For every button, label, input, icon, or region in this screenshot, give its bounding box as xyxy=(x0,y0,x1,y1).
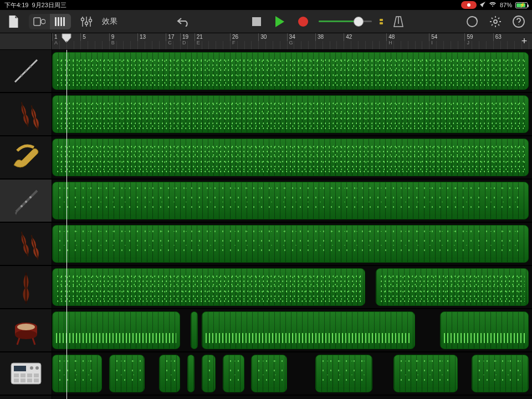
play-button[interactable] xyxy=(272,14,288,29)
track-row-drums[interactable] xyxy=(52,309,532,352)
level-meter xyxy=(380,19,383,24)
charging-icon: ⚡ xyxy=(519,2,525,8)
track-headers-column xyxy=(0,33,52,399)
midi-region[interactable] xyxy=(393,355,458,392)
midi-notes xyxy=(319,359,369,388)
record-button[interactable] xyxy=(295,14,311,29)
ruler-tick-number: 9 xyxy=(111,34,115,40)
track-row-strings-2[interactable] xyxy=(52,223,532,266)
midi-region[interactable] xyxy=(109,355,145,392)
ruler-tick: 1A xyxy=(52,33,58,49)
midi-region[interactable] xyxy=(52,225,529,263)
status-time: 下午4:19 xyxy=(4,1,28,9)
midi-region[interactable] xyxy=(52,268,365,306)
status-bar: 下午4:19 9月23日周三 87% ⚡ xyxy=(0,0,532,10)
metronome-button[interactable] xyxy=(391,14,406,29)
midi-region[interactable] xyxy=(315,355,372,392)
cello-icon xyxy=(9,270,43,304)
track-header-flute[interactable] xyxy=(0,50,52,93)
track-row-strings-1[interactable] xyxy=(52,93,532,136)
track-row-clarinet[interactable] xyxy=(52,180,532,223)
midi-region[interactable] xyxy=(52,95,529,133)
svg-line-33 xyxy=(33,338,35,345)
track-header-drum-machine[interactable] xyxy=(0,352,52,396)
add-section-button[interactable]: + xyxy=(519,35,530,47)
ruler-tick-number: 54 xyxy=(431,34,437,40)
settings-button[interactable] xyxy=(488,14,503,29)
ruler[interactable]: + 1A59B1317C19D21E26F3034G384248H54I59J6… xyxy=(52,33,532,50)
midi-notes xyxy=(56,56,525,86)
timeline-area[interactable]: + 1A59B1317C19D21E26F3034G384248H54I59J6… xyxy=(52,33,532,399)
track-row-cello[interactable] xyxy=(52,266,532,309)
track-controls-button[interactable] xyxy=(79,14,94,29)
midi-region[interactable] xyxy=(52,139,529,176)
ruler-tick-number: 59 xyxy=(467,34,473,40)
midi-region[interactable] xyxy=(376,268,529,306)
midi-notes xyxy=(56,359,98,388)
instrument-view-button[interactable] xyxy=(29,14,50,29)
track-header-strings-2[interactable] xyxy=(0,223,52,266)
ruler-tick-number: 42 xyxy=(346,34,352,40)
ruler-tick-number: 5 xyxy=(83,34,86,40)
midi-region[interactable] xyxy=(251,355,287,392)
ruler-tick-number: 48 xyxy=(388,34,395,40)
stop-button[interactable] xyxy=(249,14,264,29)
track-row-drum-machine[interactable] xyxy=(52,352,532,396)
midi-region[interactable] xyxy=(202,355,216,392)
status-date: 9月23日周三 xyxy=(32,1,66,9)
tracks-canvas[interactable] xyxy=(52,50,532,396)
track-header-brass[interactable] xyxy=(0,136,52,180)
midi-region[interactable] xyxy=(52,311,180,349)
violins-icon xyxy=(9,227,43,260)
my-songs-button[interactable] xyxy=(6,14,21,29)
track-header-strings-1[interactable] xyxy=(0,93,52,136)
svg-point-36 xyxy=(30,366,33,370)
midi-notes xyxy=(255,359,283,388)
undo-button[interactable] xyxy=(176,14,191,29)
midi-region[interactable] xyxy=(472,355,529,392)
volume-slider[interactable] xyxy=(319,17,372,26)
loop-browser-button[interactable] xyxy=(464,14,480,29)
svg-point-17 xyxy=(25,70,27,72)
svg-rect-35 xyxy=(14,366,26,371)
svg-rect-43 xyxy=(21,378,25,382)
midi-notes xyxy=(56,272,361,302)
battery-icon: ⚡ xyxy=(515,2,528,8)
battery-percent: 87% xyxy=(500,2,512,8)
track-header-cello[interactable] xyxy=(0,266,52,309)
machine-icon xyxy=(9,357,43,390)
brass-icon xyxy=(9,141,43,174)
midi-notes xyxy=(475,359,525,388)
track-header-clarinet[interactable] xyxy=(0,180,52,223)
svg-rect-0 xyxy=(34,18,40,25)
tracks-view-button[interactable] xyxy=(50,14,71,29)
midi-region[interactable] xyxy=(52,182,529,219)
midi-region[interactable] xyxy=(440,311,529,349)
help-button[interactable] xyxy=(511,14,526,29)
svg-line-26 xyxy=(31,235,38,259)
workspace: + 1A59B1317C19D21E26F3034G384248H54I59J6… xyxy=(0,33,532,399)
midi-region[interactable] xyxy=(187,355,195,392)
midi-region[interactable] xyxy=(202,311,415,349)
track-header-drums[interactable] xyxy=(0,309,52,352)
midi-region[interactable] xyxy=(223,355,244,392)
track-row-flute[interactable] xyxy=(52,50,532,93)
ruler-tick-number: 21 xyxy=(197,34,203,40)
taiko-icon xyxy=(9,314,43,347)
svg-rect-5 xyxy=(63,17,65,26)
midi-region[interactable] xyxy=(159,355,181,392)
fx-button[interactable]: 效果 xyxy=(102,17,117,27)
svg-point-16 xyxy=(21,74,23,76)
ruler-tick-number: 19 xyxy=(182,34,188,40)
playhead-line xyxy=(66,50,67,399)
track-row-brass[interactable] xyxy=(52,136,532,180)
midi-region[interactable] xyxy=(191,311,198,349)
ruler-tick-number: 63 xyxy=(495,34,502,40)
midi-region[interactable] xyxy=(52,355,102,392)
midi-region[interactable] xyxy=(52,52,529,90)
flute-icon xyxy=(9,54,43,88)
location-icon xyxy=(480,2,485,8)
ruler-tick: 5 xyxy=(80,33,86,49)
svg-rect-45 xyxy=(34,378,39,382)
svg-rect-2 xyxy=(55,17,57,26)
